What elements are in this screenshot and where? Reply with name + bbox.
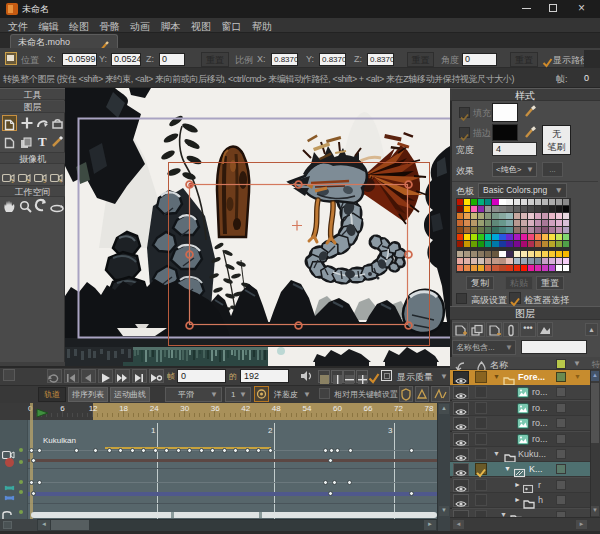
svg-text:2: 2 <box>27 178 30 183</box>
svg-text:1: 1 <box>11 178 14 183</box>
svg-text:4: 4 <box>59 178 62 183</box>
svg-text:3: 3 <box>43 178 46 183</box>
